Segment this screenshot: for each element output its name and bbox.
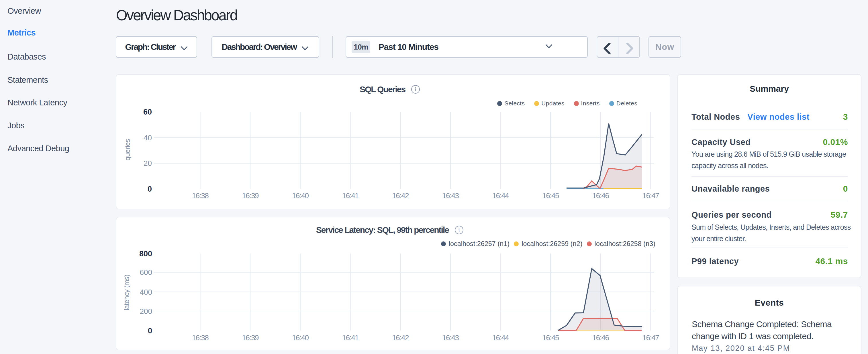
- svg-text:16:43: 16:43: [442, 333, 459, 342]
- svg-text:queries: queries: [124, 139, 131, 161]
- svg-text:16:40: 16:40: [292, 333, 309, 342]
- svg-text:16:46: 16:46: [592, 333, 609, 342]
- svg-text:400: 400: [140, 288, 152, 296]
- svg-text:16:44: 16:44: [492, 191, 509, 200]
- svg-text:16:44: 16:44: [492, 333, 509, 342]
- svg-text:16:45: 16:45: [542, 191, 559, 200]
- svg-text:16:42: 16:42: [392, 191, 409, 200]
- svg-text:16:47: 16:47: [643, 191, 659, 200]
- svg-text:16:46: 16:46: [592, 191, 609, 200]
- svg-text:20: 20: [144, 159, 152, 167]
- svg-text:200: 200: [140, 307, 152, 316]
- svg-text:16:41: 16:41: [342, 333, 359, 342]
- svg-text:16:39: 16:39: [242, 191, 259, 200]
- svg-text:16:45: 16:45: [542, 333, 559, 342]
- svg-text:16:39: 16:39: [242, 333, 259, 342]
- svg-text:60: 60: [143, 108, 152, 116]
- svg-text:0: 0: [148, 326, 152, 335]
- svg-text:16:43: 16:43: [442, 191, 459, 200]
- svg-text:16:41: 16:41: [342, 191, 359, 200]
- svg-text:16:38: 16:38: [192, 191, 209, 200]
- svg-text:600: 600: [140, 268, 152, 277]
- svg-text:16:38: 16:38: [192, 333, 209, 342]
- svg-text:16:47: 16:47: [643, 333, 659, 342]
- svg-text:800: 800: [139, 250, 152, 258]
- svg-text:40: 40: [144, 133, 152, 142]
- svg-text:latency (ms): latency (ms): [123, 275, 130, 311]
- svg-text:16:42: 16:42: [392, 333, 409, 342]
- svg-text:0: 0: [148, 185, 152, 193]
- svg-text:16:40: 16:40: [292, 191, 309, 200]
